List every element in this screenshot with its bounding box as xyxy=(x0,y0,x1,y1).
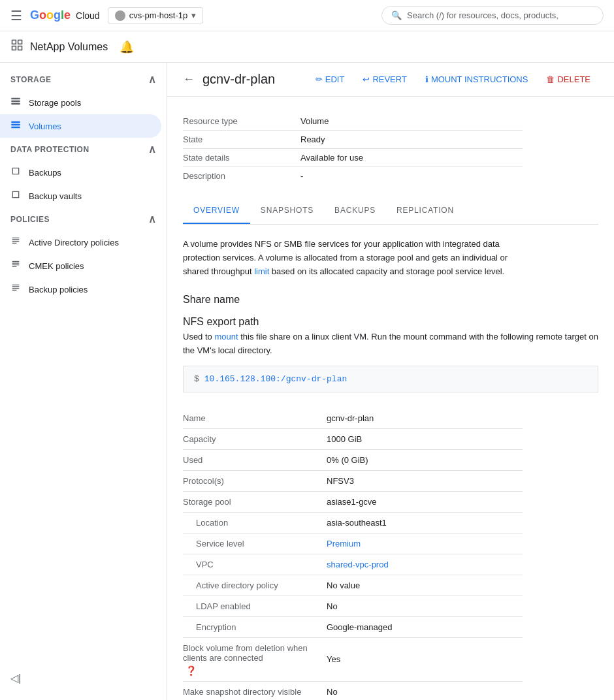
search-bar[interactable]: 🔍 Search (/) for resources, docs, produc… xyxy=(381,6,604,25)
info-row-state-details: State details Available for use xyxy=(183,149,523,167)
bell-icon[interactable]: 🔔 xyxy=(120,40,134,54)
tab-overview[interactable]: OVERVIEW xyxy=(183,198,250,224)
chevron-down-icon: ▾ xyxy=(191,10,196,20)
detail-row-capacity: Capacity 1000 GiB xyxy=(183,429,523,450)
mount-link[interactable]: mount xyxy=(214,332,238,342)
sidebar-item-storage-pools[interactable]: Storage pools xyxy=(0,91,161,114)
ldap-label: LDAP enabled xyxy=(183,601,327,611)
share-name-heading: Share name xyxy=(183,294,598,306)
tabs: OVERVIEW SNAPSHOTS BACKUPS REPLICATION xyxy=(183,198,598,225)
delete-button[interactable]: 🗑 DELETE xyxy=(538,71,598,88)
detail-row-name: Name gcnv-dr-plan xyxy=(183,408,523,429)
storage-pool-value: asiase1-gcve xyxy=(327,497,377,507)
second-bar: NetApp Volumes 🔔 xyxy=(0,31,614,63)
detail-row-protocols: Protocol(s) NFSV3 xyxy=(183,471,523,492)
google-logo: Google xyxy=(30,8,71,22)
protocols-value: NFSV3 xyxy=(327,476,354,486)
svg-rect-4 xyxy=(11,98,20,100)
overview-description: A volume provides NFS or SMB file servic… xyxy=(183,238,523,278)
state-label: State xyxy=(183,135,300,144)
limit-link[interactable]: limit xyxy=(254,266,269,276)
google-cloud-logo: Google Cloud xyxy=(30,8,100,22)
detail-row-used: Used 0% (0 GiB) xyxy=(183,450,523,471)
sidebar-item-backup-vaults[interactable]: Backup vaults xyxy=(0,184,161,208)
used-value: 0% (0 GiB) xyxy=(327,455,368,465)
back-button[interactable]: ← xyxy=(183,72,195,86)
ad-policy-label: Active directory policy xyxy=(183,581,327,590)
tab-snapshots[interactable]: SNAPSHOTS xyxy=(250,198,324,224)
resource-type-label: Resource type xyxy=(183,116,300,126)
location-value: asia-southeast1 xyxy=(327,518,387,528)
detail-row-encryption: Encryption Google-managed xyxy=(183,617,523,638)
detail-table: Name gcnv-dr-plan Capacity 1000 GiB Used… xyxy=(183,408,523,700)
info-row-state: State Ready xyxy=(183,131,523,149)
policies-chevron: ∧ xyxy=(148,213,157,225)
page-title: gcnv-dr-plan xyxy=(202,72,300,87)
sidebar-item-volumes[interactable]: Volumes xyxy=(0,114,161,138)
app-title: NetApp Volumes xyxy=(30,41,108,53)
detail-row-snapshot-visible: Make snapshot directory visible No xyxy=(183,682,523,700)
collapse-sidebar-btn[interactable]: ◁| xyxy=(0,667,31,690)
detail-row-storage-pool: Storage pool asiase1-gcve xyxy=(183,492,523,513)
backup-policies-label: Backup policies xyxy=(29,285,88,294)
content-area: ← gcnv-dr-plan ✏ EDIT ↩ REVERT ℹ MOUNT I… xyxy=(167,63,614,700)
svg-rect-1 xyxy=(18,40,22,44)
revert-label: REVERT xyxy=(372,74,407,84)
code-dollar: $ xyxy=(194,374,199,384)
help-icon[interactable]: ❓ xyxy=(186,665,197,676)
detail-row-block-deletion: Block volume from deletion when clients … xyxy=(183,638,523,682)
svg-rect-7 xyxy=(11,121,20,123)
svg-rect-2 xyxy=(12,46,16,50)
tab-backups[interactable]: BACKUPS xyxy=(324,198,386,224)
sidebar-item-active-directory[interactable]: Active Directory policies xyxy=(0,231,161,254)
cmek-icon xyxy=(10,259,21,272)
project-name: cvs-pm-host-1p xyxy=(129,10,188,20)
sidebar-item-cmek[interactable]: CMEK policies xyxy=(0,254,161,278)
encryption-label: Encryption xyxy=(183,622,327,632)
state-value: Ready xyxy=(300,135,325,144)
volumes-icon xyxy=(10,119,21,133)
state-details-value: Available for use xyxy=(300,153,363,163)
name-value: gcnv-dr-plan xyxy=(327,413,374,423)
vpc-value[interactable]: shared-vpc-prod xyxy=(327,560,389,569)
block-deletion-label: Block volume from deletion when clients … xyxy=(183,643,327,676)
svg-rect-9 xyxy=(11,127,20,129)
storage-section[interactable]: Storage ∧ xyxy=(0,68,167,91)
content-body: Resource type Volume State Ready State d… xyxy=(167,97,614,700)
cloud-text: Cloud xyxy=(76,10,100,21)
storage-pools-label: Storage pools xyxy=(29,98,81,108)
project-dot xyxy=(115,10,125,21)
edit-label: EDIT xyxy=(325,74,345,84)
data-protection-section[interactable]: Data protection ∧ xyxy=(0,138,167,161)
edit-button[interactable]: ✏ EDIT xyxy=(308,71,353,88)
location-label: Location xyxy=(183,518,327,528)
protocols-label: Protocol(s) xyxy=(183,476,327,486)
edit-icon: ✏ xyxy=(315,74,323,84)
mount-instructions-button[interactable]: ℹ MOUNT INSTRUCTIONS xyxy=(417,71,536,88)
description-label: Description xyxy=(183,171,300,181)
backups-icon xyxy=(10,166,21,179)
detail-row-location: Location asia-southeast1 xyxy=(183,513,523,533)
project-selector[interactable]: cvs-pm-host-1p ▾ xyxy=(108,7,204,24)
collapse-icon: ◁| xyxy=(10,673,21,684)
revert-icon: ↩ xyxy=(363,74,370,84)
ad-policy-value: No value xyxy=(327,581,360,590)
code-block: $ 10.165.128.100:/gcnv-dr-plan xyxy=(183,366,598,392)
menu-icon[interactable]: ☰ xyxy=(10,8,22,24)
top-bar: ☰ Google Cloud cvs-pm-host-1p ▾ 🔍 Search… xyxy=(0,0,614,31)
sidebar-item-backups[interactable]: Backups xyxy=(0,161,161,184)
delete-icon: 🗑 xyxy=(546,74,555,84)
capacity-value: 1000 GiB xyxy=(327,434,362,444)
tab-replication[interactable]: REPLICATION xyxy=(386,198,464,224)
policies-section[interactable]: Policies ∧ xyxy=(0,208,167,231)
revert-button[interactable]: ↩ REVERT xyxy=(355,71,415,88)
ldap-value: No xyxy=(327,601,338,611)
block-deletion-value: Yes xyxy=(327,654,340,664)
resource-type-value: Volume xyxy=(300,116,329,126)
active-directory-icon xyxy=(10,236,21,249)
detail-row-vpc: VPC shared-vpc-prod xyxy=(183,554,523,575)
info-row-resource-type: Resource type Volume xyxy=(183,112,523,131)
sidebar-item-backup-policies[interactable]: Backup policies xyxy=(0,278,161,301)
svg-rect-6 xyxy=(11,103,20,105)
svg-rect-3 xyxy=(18,46,22,50)
